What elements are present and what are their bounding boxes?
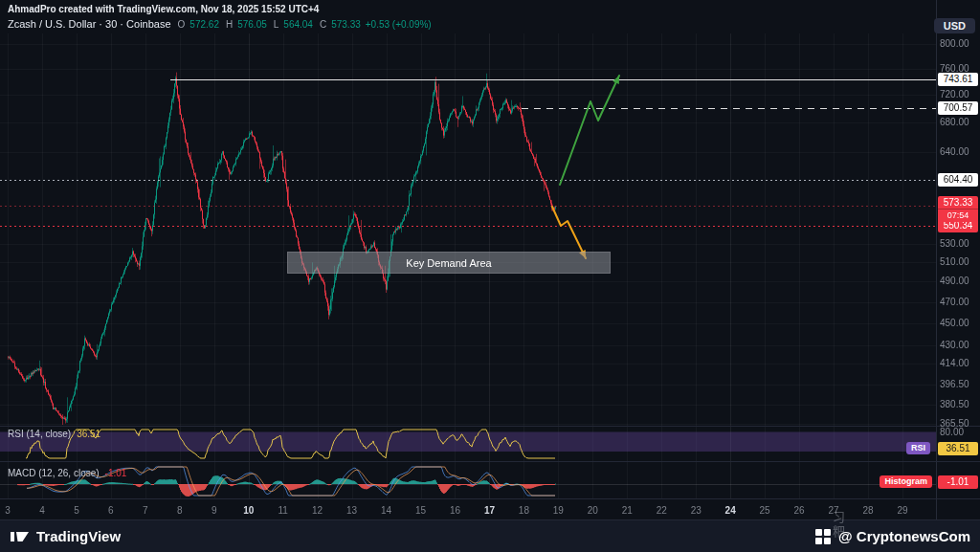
ohlc-low-value: 564.04 [283, 19, 313, 30]
ohlc-high-value: 576.05 [237, 19, 267, 30]
time-label: 12 [312, 505, 323, 516]
panel-separator [0, 461, 980, 462]
time-label: 29 [897, 505, 907, 516]
macd-title-value: -1.01 [105, 468, 127, 478]
price-gridline-label: 380.50 [940, 399, 969, 409]
time-label: 22 [657, 505, 667, 516]
price-gridline-label: 470.00 [940, 297, 969, 307]
macd-value-badge: -1.01 [938, 475, 978, 489]
price-gridline-label: 640.00 [940, 146, 969, 157]
watermark-text: @ CryptonewsCom [838, 528, 970, 544]
time-label: 8 [177, 505, 183, 516]
time-label: 3 [5, 505, 11, 516]
tradingview-window: AhmadPro created with TradingView.com, N… [0, 0, 980, 552]
candlestick-chart-canvas[interactable] [0, 0, 980, 552]
macd-indicator-title[interactable]: MACD (12, 26, close) -1.01 [8, 468, 126, 478]
price-gridline-label: 720.00 [940, 89, 969, 99]
time-label: 24 [725, 505, 736, 516]
watermark-cjk: 习粑 [829, 511, 847, 540]
time-label: 6 [108, 505, 114, 516]
ohlc-open-label: O [178, 19, 186, 30]
price-gridline-label: 396.50 [940, 379, 969, 389]
last-price-badge: 573.33 07:54 [938, 196, 978, 222]
rsi-value-badge: 36.51 [938, 442, 978, 455]
price-level-badge-700: 700.57 [938, 101, 978, 115]
time-label: 11 [278, 505, 287, 516]
credit-line: AhmadPro created with TradingView.com, N… [8, 4, 319, 14]
rsi-chip: RSI [906, 442, 930, 454]
time-label: 17 [484, 505, 495, 516]
tradingview-logo-icon [10, 529, 30, 543]
symbol-title[interactable]: Zcash / U.S. Dollar · 30 · Coinbase [8, 18, 171, 30]
time-label: 10 [243, 505, 254, 516]
time-label: 16 [450, 505, 460, 516]
price-gridline-label: 430.00 [940, 340, 969, 350]
time-label: 5 [74, 505, 79, 516]
price-gridline-label: 800.00 [940, 38, 969, 49]
ohlc-open-value: 572.62 [189, 19, 219, 30]
time-label: 18 [519, 505, 529, 516]
time-label: 23 [691, 505, 702, 516]
time-label: 9 [212, 505, 217, 516]
time-label: 26 [794, 505, 805, 516]
macd-histogram-chip: Histogram [880, 475, 932, 488]
time-label: 19 [553, 505, 564, 516]
ohlc-high-label: H [226, 19, 233, 30]
bar-countdown: 07:54 [938, 209, 978, 220]
symbol-row: Zcash / U.S. Dollar · 30 · Coinbase O 57… [8, 18, 432, 30]
macd-title-text: MACD (12, 26, close) [8, 468, 100, 478]
price-level-badge-743: 743.61 [938, 73, 978, 86]
time-label: 4 [39, 505, 45, 516]
time-label: 15 [415, 505, 426, 516]
ohlc-low-label: L [274, 19, 279, 30]
time-label: 7 [143, 505, 148, 516]
time-label: 25 [760, 505, 770, 516]
time-label: 14 [381, 505, 391, 516]
time-label: 20 [588, 505, 598, 516]
price-gridline-label: 450.00 [940, 318, 969, 328]
currency-toggle-button[interactable]: USD [934, 18, 975, 33]
key-demand-area-label: Key Demand Area [406, 257, 491, 269]
rsi-indicator-title[interactable]: RSI (14, close) 36.51 [8, 429, 100, 439]
rsi-title-text: RSI (14, close) [8, 429, 71, 439]
last-price-value: 573.33 [938, 198, 978, 208]
time-label: 21 [622, 505, 633, 516]
rsi-title-value: 36.51 [77, 429, 100, 439]
panel-separator [0, 498, 980, 499]
price-level-badge-604: 604.40 [938, 173, 978, 187]
time-label: 13 [346, 505, 357, 516]
price-gridline-label: 490.00 [940, 276, 969, 286]
price-gridline-label: 510.00 [940, 256, 969, 267]
price-gridline-label: 680.00 [940, 117, 969, 127]
price-gridline-label: 530.00 [940, 238, 969, 249]
tradingview-brand-text: TradingView [36, 528, 121, 544]
ohlc-close-label: C [320, 19, 326, 30]
time-label: 28 [862, 505, 873, 516]
key-demand-area-box[interactable]: Key Demand Area [287, 252, 611, 274]
price-gridline-label: 365.50 [940, 418, 969, 429]
ohlc-close-value: 573.33 [331, 19, 361, 30]
tradingview-logo[interactable]: TradingView [10, 528, 121, 544]
price-gridline-label: 414.00 [940, 358, 969, 368]
panel-separator [0, 426, 980, 427]
ohlc-change: +0.53 (+0.09%) [366, 19, 432, 30]
